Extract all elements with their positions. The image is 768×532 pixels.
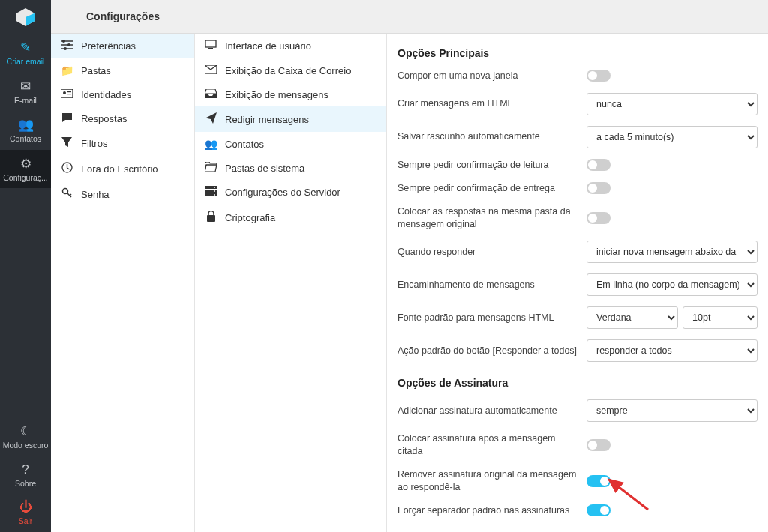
list-label: Interface de usuário	[225, 40, 311, 52]
svg-point-6	[68, 43, 70, 46]
page-header: Configurações	[51, 0, 768, 34]
list-label: Contatos	[225, 139, 264, 150]
select-dropdown[interactable]: responder a todos	[586, 339, 758, 362]
list-label: Configurações do Servidor	[225, 187, 340, 198]
form-label: Sempre pedir confirmação de entrega	[398, 182, 578, 195]
folder-icon: 📁	[60, 64, 74, 76]
settings-item-senha[interactable]: Senha	[51, 181, 194, 207]
sections-list: Interface de usuário Exibição da Caixa d…	[195, 34, 387, 532]
toggle-switch[interactable]	[586, 212, 610, 224]
svg-point-20	[214, 187, 215, 188]
select-dropdown[interactable]: Em linha (no corpo da mensagem)	[586, 273, 758, 296]
preferences-form: Opções Principais Compor em uma nova jan…	[387, 34, 768, 532]
settings-item-pastas[interactable]: 📁 Pastas	[51, 58, 194, 82]
section-item-caixa-correio[interactable]: Exibição da Caixa de Correio	[195, 58, 386, 82]
people-icon: 👥	[18, 117, 34, 133]
section-item-redigir[interactable]: Redigir mensagens	[195, 106, 386, 132]
form-row: Ação padrão do botão [Responder a todos]…	[398, 339, 758, 362]
form-row: Quando responderiniciar nova mensagem ab…	[398, 241, 758, 263]
list-label: Fora do Escritório	[81, 163, 158, 175]
nav-contacts[interactable]: 👥 Contatos	[0, 111, 51, 150]
select-dropdown[interactable]: iniciar nova mensagem abaixo da origin	[586, 241, 758, 263]
filter-icon	[60, 137, 74, 150]
list-label: Criptografia	[225, 212, 275, 223]
clock-icon	[60, 162, 74, 175]
question-icon: ?	[22, 462, 28, 477]
section-item-config-servidor[interactable]: Configurações do Servidor	[195, 180, 386, 205]
form-control: Verdana10pt	[586, 306, 758, 329]
form-label: Criar mensagens em HTML	[398, 97, 578, 110]
form-row: Sempre pedir confirmação de entrega	[398, 182, 758, 195]
nav-exit[interactable]: ⏻ Sair	[0, 494, 51, 532]
moon-icon: ☾	[20, 423, 32, 439]
section-item-criptografia[interactable]: Criptografia	[195, 205, 386, 230]
gear-icon: ⚙	[20, 156, 32, 172]
folder-open-icon	[204, 162, 218, 174]
section-heading-signature: Opções de Assinatura	[398, 377, 758, 389]
people-icon: 👥	[204, 138, 218, 150]
form-label: Colocar as respostas na mesma pasta da m…	[398, 205, 578, 231]
form-control	[586, 475, 758, 487]
list-label: Filtros	[81, 138, 107, 149]
app-logo	[0, 0, 51, 34]
form-label: Remover assinatura original da mensagem …	[398, 468, 578, 494]
nav-label: Configuraç...	[3, 174, 48, 183]
form-label: Quando responder	[398, 246, 578, 259]
nav-settings[interactable]: ⚙ Configuraç...	[0, 150, 51, 189]
nav-dark-mode[interactable]: ☾ Modo escuro	[0, 417, 51, 456]
sliders-icon	[60, 40, 74, 52]
form-row: Sempre pedir confirmação de leitura	[398, 159, 758, 172]
select-dropdown[interactable]: sempre	[586, 399, 758, 422]
section-item-exib-mensagens[interactable]: Exibição de mensagens	[195, 82, 386, 106]
settings-item-respostas[interactable]: Respostas	[51, 106, 194, 131]
svg-point-7	[64, 47, 67, 50]
nav-about[interactable]: ? Sobre	[0, 456, 51, 495]
form-control: a cada 5 minuto(s)	[586, 126, 758, 148]
font-size-select[interactable]: 10pt	[682, 306, 758, 329]
font-family-select[interactable]: Verdana	[586, 306, 678, 329]
list-label: Respostas	[81, 113, 127, 124]
settings-item-filtros[interactable]: Filtros	[51, 131, 194, 156]
list-label: Exibição de mensagens	[225, 89, 328, 100]
form-label: Ação padrão do botão [Responder a todos]	[398, 345, 578, 357]
nav-create-email[interactable]: ✎ Criar email	[0, 34, 51, 73]
form-label: Forçar separador padrão nas assinaturas	[398, 504, 578, 517]
toggle-switch[interactable]	[586, 70, 610, 82]
toggle-switch[interactable]	[586, 475, 610, 487]
svg-rect-10	[68, 91, 71, 92]
lock-icon	[204, 211, 218, 224]
settings-item-fora-escritorio[interactable]: Fora do Escritório	[51, 156, 194, 181]
section-item-interface[interactable]: Interface de usuário	[195, 34, 386, 58]
page-title: Configurações	[51, 10, 195, 22]
toggle-switch[interactable]	[586, 159, 610, 171]
nav-email[interactable]: ✉ E-mail	[0, 73, 51, 112]
form-row: Fonte padrão para mensagens HTMLVerdana1…	[398, 306, 758, 329]
settings-item-preferencias[interactable]: Preferências	[51, 34, 194, 58]
section-item-contatos[interactable]: 👥 Contatos	[195, 132, 386, 156]
form-control	[586, 70, 758, 82]
form-label: Salvar rascunho automaticamente	[398, 130, 578, 143]
section-item-pastas-sistema[interactable]: Pastas de sistema	[195, 156, 386, 180]
inbox-icon	[204, 88, 218, 100]
chat-icon	[60, 112, 74, 125]
form-control: nunca	[586, 93, 758, 115]
form-row: Encaminhamento de mensagensEm linha (no …	[398, 273, 758, 296]
form-control	[586, 212, 758, 224]
select-dropdown[interactable]: nunca	[586, 93, 758, 115]
list-label: Redigir mensagens	[225, 114, 309, 125]
toggle-switch[interactable]	[586, 182, 610, 194]
form-row: Forçar separador padrão nas assinaturas	[398, 504, 758, 517]
nav-label: Contatos	[10, 135, 41, 144]
paper-plane-icon	[204, 112, 218, 126]
toggle-switch[interactable]	[586, 504, 610, 516]
annotation-arrow-left	[387, 461, 391, 506]
select-dropdown[interactable]: a cada 5 minuto(s)	[586, 126, 758, 148]
form-label: Sempre pedir confirmação de leitura	[398, 159, 578, 172]
list-label: Pastas	[81, 65, 111, 76]
envelope-icon: ✉	[20, 79, 31, 94]
list-label: Preferências	[81, 40, 136, 52]
left-navbar: ✎ Criar email ✉ E-mail 👥 Contatos ⚙ Conf…	[0, 0, 51, 532]
key-icon	[60, 187, 74, 201]
settings-item-identidades[interactable]: Identidades	[51, 82, 194, 106]
toggle-switch[interactable]	[586, 439, 610, 451]
